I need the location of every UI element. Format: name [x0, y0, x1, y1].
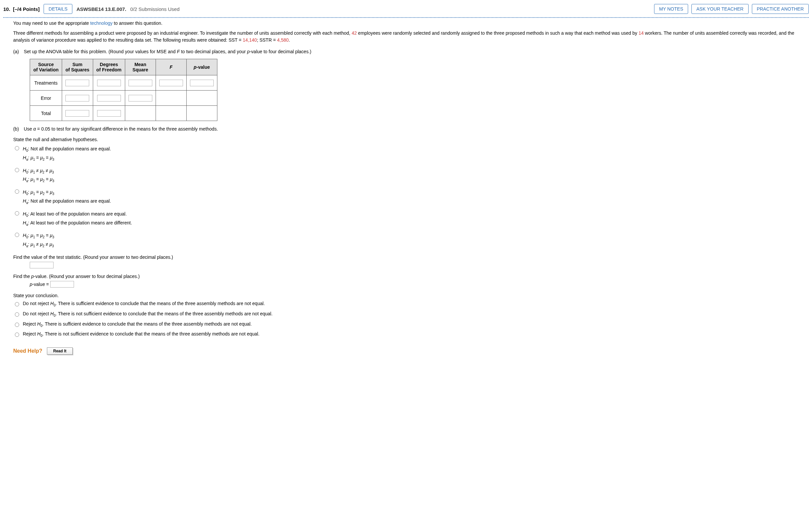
row-total: Total [30, 106, 218, 121]
q-number-text: 10. [3, 6, 10, 12]
pa-text: Set up the ANOVA table for this problem.… [24, 49, 177, 54]
p-text: Three different methods for assembling a… [13, 30, 351, 36]
notice-suffix: to answer this question. [113, 21, 163, 26]
radio-hyp-2[interactable] [15, 168, 19, 172]
radio-hyp-3[interactable] [15, 189, 19, 194]
cell-label: Error [30, 90, 62, 106]
test-stat-row [30, 262, 799, 268]
separator [3, 17, 809, 18]
input-error-df[interactable] [97, 95, 121, 102]
pa-text: to two decimal places, and your [180, 49, 247, 54]
input-total-ss[interactable] [65, 110, 89, 117]
part-a-letter: (a) [13, 49, 23, 54]
question-number: 10. [–/4 Points] [3, 6, 40, 12]
hypotheses-options: H0: Not all the population means are equ… [13, 145, 799, 249]
input-pvalue[interactable] [50, 281, 74, 288]
part-b: (b) Use α = 0.05 to test for any signifi… [13, 126, 799, 132]
question-header: 10. [–/4 Points] DETAILS ASWSBE14 13.E.0… [3, 3, 809, 17]
conc-text: Do not reject H0. There is sufficient ev… [23, 301, 265, 307]
p-val3: 14,140 [243, 37, 257, 43]
practice-another-button[interactable]: PRACTICE ANOTHER [752, 4, 809, 14]
conclusion-options: Do not reject H0. There is sufficient ev… [13, 301, 799, 338]
hyp-option-2: H0: μ1 ≠ μ2 ≠ μ3 Ha: μ1 = μ2 = μ3 [13, 167, 799, 184]
cell-blank [155, 106, 186, 121]
input-error-ms[interactable] [128, 95, 152, 102]
technology-notice: You may need to use the appropriate tech… [13, 21, 799, 26]
conc-option-2: Do not reject H0. There is not sufficien… [13, 311, 799, 317]
my-notes-button[interactable]: MY NOTES [654, 4, 688, 14]
pa-text: -value to four decimal places.) [250, 49, 312, 54]
cell-label: Treatments [30, 75, 62, 90]
p-val4: 4,580 [277, 37, 289, 43]
pb-text: = 0.05 to test for any significant diffe… [36, 126, 218, 132]
input-treat-ms[interactable] [128, 80, 152, 86]
p-text: ; SSTR = [257, 37, 277, 43]
hyp-option-4: H0: At least two of the population means… [13, 210, 799, 228]
row-treatments: Treatments [30, 75, 218, 90]
notice-prefix: You may need to use the appropriate [13, 21, 90, 26]
radio-conc-1[interactable] [15, 302, 19, 306]
question-content: You may need to use the appropriate tech… [3, 21, 809, 361]
need-help-label: Need Help? [13, 348, 42, 354]
ask-teacher-button[interactable]: ASK YOUR TEACHER [691, 4, 749, 14]
hyp-option-3: H0: μ1 = μ2 = μ3 Ha: Not all the populat… [13, 188, 799, 206]
p-text: . [289, 37, 290, 43]
pvalue-prompt: Find the p-value. (Round your answer to … [13, 274, 799, 279]
conc-text: Reject H0. There is sufficient evidence … [23, 321, 252, 328]
p-symbol: p [247, 49, 250, 54]
cell-blank [186, 90, 217, 106]
radio-conc-4[interactable] [15, 332, 19, 337]
hyp-text: H0: Not all the population means are equ… [23, 145, 111, 163]
part-b-instruction: Use α = 0.05 to test for any significant… [24, 126, 218, 132]
th-pvalue: p-value [186, 59, 217, 75]
points-text: [–/4 Points] [13, 6, 40, 12]
assignment-code: ASWSBE14 13.E.007. [76, 6, 126, 12]
conc-option-1: Do not reject H0. There is sufficient ev… [13, 301, 799, 307]
conclusion-prompt: State your conclusion. [13, 293, 799, 298]
anova-table: Sourceof Variation Sumof Squares Degrees… [30, 59, 218, 121]
p-val1: 42 [351, 30, 357, 36]
radio-conc-2[interactable] [15, 313, 19, 317]
radio-hyp-5[interactable] [15, 233, 19, 237]
p-text: employees were randomly selected and ran… [357, 30, 639, 36]
test-stat-prompt: Find the value of the test statistic. (R… [13, 254, 799, 260]
problem-statement: Three different methods for assembling a… [13, 30, 799, 44]
input-total-df[interactable] [97, 110, 121, 117]
header-left: 10. [–/4 Points] DETAILS ASWSBE14 13.E.0… [3, 4, 180, 14]
input-treat-f[interactable] [159, 80, 183, 86]
conc-option-3: Reject H0. There is sufficient evidence … [13, 321, 799, 328]
part-a: (a) Set up the ANOVA table for this prob… [13, 49, 799, 54]
cell-blank [186, 106, 217, 121]
th-df: Degreesof Freedom [93, 59, 125, 75]
p-val2: 14 [639, 30, 644, 36]
th-ms: MeanSquare [125, 59, 155, 75]
pb-text: Use [24, 126, 33, 132]
th-f: F [155, 59, 186, 75]
radio-conc-3[interactable] [15, 323, 19, 327]
read-it-button[interactable]: Read It [47, 347, 73, 355]
hyp-text: H0: μ1 = μ2 = μ3 Ha: μ1 ≠ μ2 ≠ μ3 [23, 232, 54, 249]
input-treat-ss[interactable] [65, 80, 89, 86]
th-source: Sourceof Variation [30, 59, 62, 75]
hyp-text: H0: μ1 ≠ μ2 ≠ μ3 Ha: μ1 = μ2 = μ3 [23, 167, 54, 184]
row-error: Error [30, 90, 218, 106]
hyp-option-1: H0: Not all the population means are equ… [13, 145, 799, 163]
cell-label: Total [30, 106, 62, 121]
technology-link[interactable]: technology [90, 21, 113, 26]
hyp-option-5: H0: μ1 = μ2 = μ3 Ha: μ1 ≠ μ2 ≠ μ3 [13, 232, 799, 249]
submissions-used: 0/2 Submissions Used [130, 6, 179, 12]
radio-hyp-4[interactable] [15, 211, 19, 216]
hyp-text: H0: At least two of the population means… [23, 210, 132, 228]
hyp-text: H0: μ1 = μ2 = μ3 Ha: Not all the populat… [23, 188, 111, 206]
radio-hyp-1[interactable] [15, 146, 19, 151]
input-treat-df[interactable] [97, 80, 121, 86]
conc-text: Do not reject H0. There is not sufficien… [23, 311, 272, 317]
input-treat-p[interactable] [190, 80, 214, 86]
input-test-statistic[interactable] [30, 262, 54, 268]
part-b-letter: (b) [13, 126, 23, 132]
input-error-ss[interactable] [65, 95, 89, 102]
details-button[interactable]: DETAILS [44, 4, 72, 14]
need-help-section: Need Help? Read It [13, 347, 799, 355]
conc-text: Reject H0. There is not sufficient evide… [23, 331, 259, 338]
conc-option-4: Reject H0. There is not sufficient evide… [13, 331, 799, 338]
